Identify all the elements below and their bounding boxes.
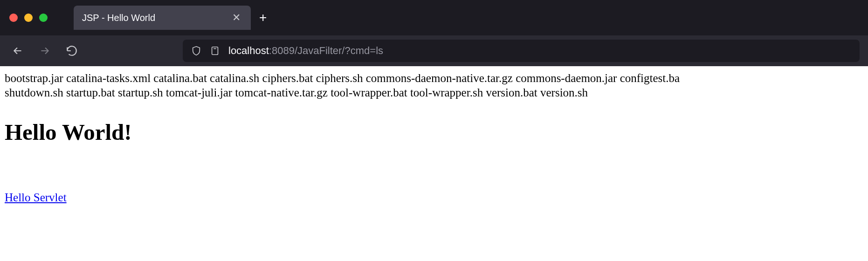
forward-button[interactable] bbox=[35, 41, 54, 60]
site-info-icon[interactable] bbox=[210, 46, 220, 56]
page-content: bootstrap.jar catalina-tasks.xml catalin… bbox=[0, 66, 868, 204]
minimize-window-button[interactable] bbox=[24, 14, 33, 22]
maximize-window-button[interactable] bbox=[39, 14, 48, 22]
browser-tab-strip: JSP - Hello World ✕ + bbox=[0, 0, 868, 35]
hello-servlet-link[interactable]: Hello Servlet bbox=[5, 191, 67, 204]
browser-toolbar: localhost:8089/JavaFilter/?cmd=ls bbox=[0, 35, 868, 66]
window-controls bbox=[6, 14, 48, 22]
tab-title: JSP - Hello World bbox=[82, 13, 155, 23]
url-host: localhost bbox=[228, 45, 269, 57]
svg-rect-0 bbox=[212, 47, 218, 55]
url-text: localhost:8089/JavaFilter/?cmd=ls bbox=[228, 45, 383, 57]
shield-icon[interactable] bbox=[191, 46, 201, 56]
back-button[interactable] bbox=[8, 41, 27, 60]
new-tab-button[interactable]: + bbox=[259, 11, 267, 24]
browser-tab[interactable]: JSP - Hello World ✕ bbox=[74, 6, 251, 30]
reload-button[interactable] bbox=[62, 41, 81, 60]
address-bar[interactable]: localhost:8089/JavaFilter/?cmd=ls bbox=[183, 40, 860, 62]
command-output: bootstrap.jar catalina-tasks.xml catalin… bbox=[5, 71, 863, 100]
close-window-button[interactable] bbox=[9, 14, 18, 22]
output-line: bootstrap.jar catalina-tasks.xml catalin… bbox=[5, 72, 680, 84]
close-tab-icon[interactable]: ✕ bbox=[230, 11, 242, 25]
url-path: :8089/JavaFilter/?cmd=ls bbox=[269, 45, 383, 57]
page-title: Hello World! bbox=[5, 119, 863, 145]
output-line: shutdown.sh startup.bat startup.sh tomca… bbox=[5, 86, 588, 99]
